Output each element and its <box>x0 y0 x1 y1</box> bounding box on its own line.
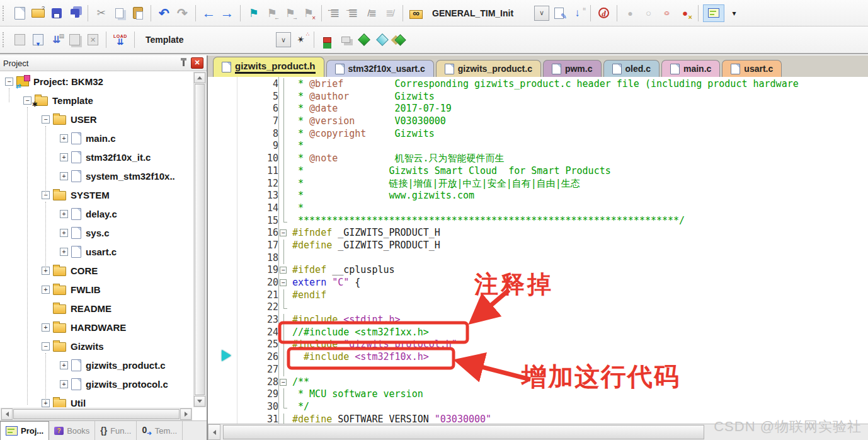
tree-item-project-bkm32[interactable]: −Project: BKM32 <box>0 72 193 91</box>
code-line-8[interactable]: 8 * @copyright Gizwits <box>208 128 868 141</box>
paste-icon[interactable] <box>129 4 146 21</box>
tree-item-main-c[interactable]: +main.c <box>0 129 193 148</box>
select-folders-icon[interactable] <box>374 32 391 49</box>
file-tab-usart-c[interactable]: usart.c <box>722 60 782 77</box>
tree-item-fwlib[interactable]: +FWLIB <box>0 280 193 299</box>
unindent-icon[interactable] <box>326 4 343 21</box>
code-line-25[interactable]: 25#include "gizwits_protocol.h" <box>208 339 868 351</box>
comment-selection-icon[interactable] <box>363 4 380 21</box>
expand-box[interactable]: + <box>60 172 68 180</box>
dock-tab-tem[interactable]: 0Tem... <box>137 421 183 440</box>
kill-all-breakpoints-icon[interactable] <box>677 4 694 21</box>
previous-bookmark-icon[interactable] <box>263 4 280 21</box>
code-line-7[interactable]: 7 * @version V03030000 <box>208 115 868 128</box>
file-tab-stm32f10x-usart-c[interactable]: stm32f10x_usart.c <box>326 60 434 77</box>
redo-icon[interactable] <box>174 4 191 21</box>
tree-item-sys-c[interactable]: +sys.c <box>0 223 193 242</box>
disable-all-breakpoints-icon[interactable] <box>658 4 675 21</box>
tree-item-core[interactable]: +CORE <box>0 261 193 280</box>
file-tab-pwm-c[interactable]: pwm.c <box>543 60 602 77</box>
dock-tab-books[interactable]: ?Books <box>49 421 95 440</box>
code-line-12[interactable]: 12 * 链接|增值|开放|中立|安全|自有|自由|生态 <box>208 178 868 190</box>
expand-box[interactable]: + <box>60 134 68 142</box>
expand-box[interactable]: + <box>60 361 68 369</box>
toggle-bookmark-icon[interactable] <box>245 4 262 21</box>
code-line-13[interactable]: 13 * www.gizwits.com <box>208 190 868 202</box>
expand-box[interactable]: + <box>60 248 68 256</box>
copy-icon[interactable] <box>111 4 128 21</box>
tree-item-user[interactable]: −USER <box>0 110 193 129</box>
save-icon[interactable] <box>48 4 65 21</box>
scroll-left-button[interactable] <box>208 424 220 440</box>
code-line-23[interactable]: 23#include <stdint.h> <box>208 314 868 327</box>
new-file-icon[interactable] <box>11 4 28 21</box>
rebuild-all-icon[interactable] <box>48 32 65 49</box>
incremental-find-icon[interactable] <box>569 4 586 21</box>
navigate-forward-icon[interactable] <box>219 4 236 21</box>
open-file-icon[interactable] <box>30 4 47 21</box>
tree-vertical-scrollbar[interactable] <box>193 72 206 407</box>
pin-icon[interactable] <box>183 61 185 66</box>
start-stop-debug-icon[interactable] <box>595 4 612 21</box>
scroll-up-button[interactable] <box>194 72 205 83</box>
target-select[interactable]: Template <box>139 32 275 47</box>
code-line-22[interactable]: 22 <box>208 301 868 314</box>
stop-build-icon[interactable] <box>84 32 101 49</box>
tree-item-gizwits-product-c[interactable]: +gizwits_product.c <box>0 356 193 374</box>
tree-item-system[interactable]: −SYSTEM <box>0 185 193 204</box>
expand-box[interactable]: + <box>60 153 68 161</box>
code-line-30[interactable]: 30 */ <box>208 401 868 414</box>
enable-breakpoint-icon[interactable] <box>640 4 657 21</box>
tree-item-gizwits-protocol-c[interactable]: +gizwits_protocol.c <box>0 374 193 393</box>
code-line-6[interactable]: 6 * @date 2017-07-19 <box>208 103 868 115</box>
file-tab-gizwits-product-c[interactable]: gizwits_product.c <box>436 60 541 77</box>
batch-build-icon[interactable] <box>66 32 83 49</box>
code-line-17[interactable]: 17#define _GIZWITS_PRODUCT_H <box>208 240 868 252</box>
fold-collapse-box[interactable] <box>278 264 290 277</box>
expand-box[interactable]: + <box>60 380 68 388</box>
clear-bookmarks-icon[interactable] <box>300 4 317 21</box>
scroll-left-button[interactable] <box>1 408 13 420</box>
target-select-dropdown[interactable] <box>276 32 291 47</box>
tree-item-hardware[interactable]: +HARDWARE <box>0 318 193 337</box>
manage-rte-icon[interactable] <box>319 32 336 49</box>
expand-box[interactable]: + <box>60 229 68 237</box>
fold-collapse-box[interactable] <box>278 376 290 389</box>
window-layout-dropdown[interactable] <box>726 4 743 21</box>
code-line-11[interactable]: 11 * Gizwits Smart Cloud for Smart Produ… <box>208 165 868 178</box>
uncomment-selection-icon[interactable] <box>381 4 398 21</box>
file-tab-gizwits-product-h[interactable]: gizwits_product.h <box>213 57 324 77</box>
translate-icon[interactable] <box>11 32 28 49</box>
window-layout-icon[interactable] <box>703 4 724 22</box>
fold-collapse-box[interactable] <box>278 227 290 240</box>
find-in-files-icon[interactable] <box>408 4 425 21</box>
code-line-4[interactable]: 4 * @brief Corresponding gizwits_product… <box>208 78 868 91</box>
dock-tab-proj[interactable]: Proj... <box>0 421 49 440</box>
manage-multiproject-icon[interactable] <box>337 32 354 49</box>
fold-collapse-box[interactable] <box>278 277 290 289</box>
tree-item-gizwits[interactable]: −Gizwits <box>0 337 193 356</box>
file-tab-main-c[interactable]: main.c <box>661 60 720 77</box>
save-all-icon[interactable] <box>66 4 83 21</box>
scrollbar-thumb[interactable] <box>223 425 704 439</box>
tree-item-delay-c[interactable]: +delay.c <box>0 204 193 223</box>
tree-item-stm32f10x-it-c[interactable]: +stm32f10x_it.c <box>0 148 193 166</box>
tree-item-system-stm32f10x[interactable]: +system_stm32f10x.. <box>0 166 193 185</box>
scroll-right-button[interactable] <box>180 408 191 420</box>
manage-project-items-icon[interactable] <box>355 32 372 49</box>
code-line-5[interactable]: 5 * @author Gizwits <box>208 91 868 103</box>
collapse-box[interactable]: − <box>42 115 50 124</box>
code-line-14[interactable]: 14 * <box>208 202 868 215</box>
options-for-target-icon[interactable] <box>292 32 309 49</box>
scrollbar-thumb[interactable] <box>195 84 205 395</box>
expand-box[interactable]: + <box>42 323 50 332</box>
expand-box[interactable]: + <box>60 210 68 218</box>
current-function-select[interactable]: GENERAL_TIM_Init <box>426 6 533 21</box>
collapse-box[interactable]: − <box>42 342 50 350</box>
tree-item-template[interactable]: −∗Template <box>0 91 193 110</box>
close-panel-button[interactable]: ✕ <box>191 57 203 69</box>
insert-breakpoint-icon[interactable] <box>622 4 639 21</box>
cut-icon[interactable] <box>93 4 110 21</box>
tree-item-readme[interactable]: README <box>0 299 193 318</box>
collapse-box[interactable]: − <box>23 96 31 105</box>
